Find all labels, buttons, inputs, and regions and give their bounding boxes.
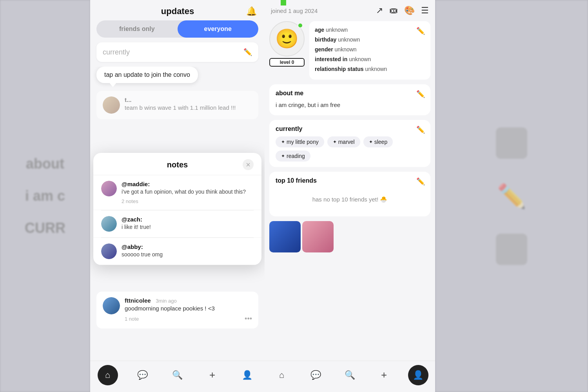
info-gender: gender unknown [315,45,425,54]
profile-top-section: 🙂 level 0 ✏️ age unknown birthday unknow… [265,21,435,84]
tab-bar: friends only everyone [96,20,258,38]
add-icon: + [209,369,215,381]
feed-username-first: t... [125,96,132,103]
notes-avatar-img-zach [101,216,117,232]
notes-modal: notes × @maddie: i've got a fun opinion,… [93,153,261,265]
profile-nav-home-button[interactable]: ⌂ [272,365,292,385]
profile-nav-chat-button[interactable]: 💬 [306,365,326,385]
thumbnail-row [265,221,435,256]
blur-text-curr: CURR [25,220,65,236]
profile-chat-icon: 💬 [310,370,321,380]
nav-add-button[interactable]: + [202,365,223,385]
profile-bottom-nav: ⌂ 💬 🔍 + 👤 [265,361,435,392]
feed-text-first: team b wins wave 1 with 1.1 million lead… [125,104,252,111]
info-interested-in: interested in unknown [315,55,425,64]
chat-icon: 💬 [137,370,148,380]
blur-text-iam: i am c [25,188,65,204]
currently-label: currently [103,48,130,56]
currently-edit-icon[interactable]: ✏️ [243,48,252,56]
nav-chat-button[interactable]: 💬 [132,365,153,385]
bottom-nav-left: ⌂ 💬 🔍 + 👤 [90,361,265,392]
feed-area: tap an update to join the convo t... tea… [90,67,265,361]
notes-text-zach: i like it! true! [122,223,254,231]
notes-content-abby: @abby: sooooo true omg [122,243,254,259]
profile-profile-icon: 👤 [413,370,423,380]
blur-edit-icon: ✏️ [497,182,526,210]
ticket-icon[interactable]: 🎟 [389,5,398,16]
thumbnail-2 [302,221,334,252]
tag-reading: ✦ reading [276,151,310,162]
feed-avatar-first [103,96,120,114]
profile-nav-search-button[interactable]: 🔍 [340,365,360,385]
right-background: ✏️ [435,0,588,392]
online-indicator [298,23,303,28]
notes-username-abby: @abby: [122,243,254,250]
profile-avatar-wrap: 🙂 level 0 [269,21,305,67]
menu-icon[interactable]: ☰ [421,5,429,16]
profile-info-card: ✏️ age unknown birthday unknown gender u… [309,21,430,80]
currently-edit-icon[interactable]: ✏️ [416,125,425,134]
profile-home-icon: ⌂ [279,370,284,380]
nav-home-button[interactable]: ⌂ [98,365,118,385]
notes-text-maddie: i've got a fun opinion, what do you thin… [122,188,254,196]
palette-icon[interactable]: 🎨 [404,5,415,16]
notes-count-maddie: 2 notes [122,198,254,204]
notes-modal-title: notes [112,160,243,169]
info-edit-icon[interactable]: ✏️ [416,27,425,35]
avatar-emoji: 🙂 [275,28,299,50]
tooltip-bubble: tap an update to join the convo [96,67,198,83]
nav-profile-button[interactable]: 👤 [237,365,258,385]
feed-item-first[interactable]: t... team b wins wave 1 with 1.1 million… [96,91,258,119]
tab-friends-only[interactable]: friends only [96,20,178,38]
profile-icon: 👤 [242,370,252,380]
profile-search-icon: 🔍 [345,370,355,380]
notes-avatar-zach [101,216,117,232]
online-dot [281,0,286,5]
nav-search-button[interactable]: 🔍 [167,365,188,385]
notes-item-abby[interactable]: @abby: sooooo true omg [93,238,261,265]
about-me-title: about me [276,90,424,97]
top-friends-edit-icon[interactable]: ✏️ [416,177,425,186]
info-age: age unknown [315,26,425,34]
profile-add-icon: + [381,369,387,381]
tooltip-text: tap an update to join the convo [104,71,190,78]
notes-item-zach[interactable]: @zach: i like it! true! [93,211,261,238]
notes-avatar-maddie [101,181,117,196]
notes-modal-header: notes × [93,153,261,175]
currently-card: ✏️ currently ✦ my little pony ✦ marvel ✦… [269,120,430,167]
blur-icon-2 [496,234,527,265]
about-me-text: i am cringe, but i am free [276,101,424,110]
notes-username-maddie: @maddie: [122,181,254,187]
tag-sleep: ✦ sleep [363,136,393,147]
tooltip-area: tap an update to join the convo [96,67,258,83]
currently-input[interactable]: currently ✏️ [96,42,258,62]
currently-tags: ✦ my little pony ✦ marvel ✦ sleep ✦ read… [276,136,424,162]
profile-nav-profile-button[interactable]: 👤 [408,365,428,385]
blur-icon-1 [496,127,527,159]
about-me-card: ✏️ about me i am cringe, but i am free [269,84,430,115]
share-icon[interactable]: ↗ [376,5,383,16]
home-icon: ⌂ [105,370,110,380]
top-friends-title: top 10 friends [276,177,424,184]
left-background: about i am c CURR [0,0,90,392]
notes-text-abby: sooooo true omg [122,251,254,259]
joined-text: joined 1 aug 2024 [271,7,318,14]
bell-icon[interactable]: 🔔 [246,6,257,16]
notes-content-zach: @zach: i like it! true! [122,216,254,231]
currently-title: currently [276,125,424,132]
notes-item-maddie[interactable]: @maddie: i've got a fun opinion, what do… [93,175,261,210]
profile-nav-add-button[interactable]: + [374,365,394,385]
info-relationship-status: relationship status unknown [315,65,425,73]
notes-avatar-img-maddie [101,181,117,196]
search-icon: 🔍 [172,370,183,380]
tag-marvel: ✦ marvel [327,136,360,147]
notes-username-zach: @zach: [122,216,254,223]
tab-everyone[interactable]: everyone [178,20,259,38]
about-edit-icon[interactable]: ✏️ [416,90,425,98]
updates-title: updates [109,6,246,16]
notes-close-button[interactable]: × [243,159,254,170]
updates-panel: updates 🔔 friends only everyone currentl… [90,0,265,392]
no-friends-text: has no top 10 friends yet! 🐣 [276,188,424,211]
thumbnail-1 [269,221,301,252]
notes-avatar-abby [101,243,117,259]
